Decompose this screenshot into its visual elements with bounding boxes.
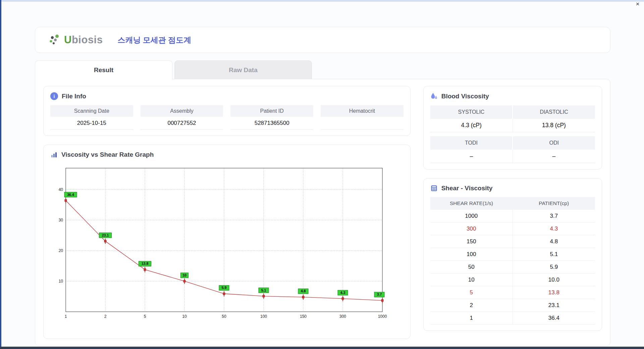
svg-text:30: 30 [59,218,63,222]
graph-title: Viscosity vs Shear Rate Graph [61,151,154,158]
svg-text:40: 40 [59,187,63,192]
file-info-title: File Info [62,93,86,100]
table-row-shear-150: 1504.8 [430,235,595,248]
bv-value-row: 4.3 (cP)13.8 (cP) [430,119,595,132]
blood-viscosity-title: Blood Viscosity [441,93,489,100]
main-content: Ubiosis 스캐닝 모세관 점도계 Result Raw Data i Fi… [35,27,610,346]
cell-patient: 4.8 [513,235,595,248]
svg-text:150: 150 [300,314,307,319]
bar-chart-icon [50,151,58,158]
svg-text:36.4: 36.4 [67,193,74,197]
bv-header-diastolic: DIASTOLIC [512,105,595,119]
bv-header-row: SYSTOLICDIASTOLIC [430,105,595,119]
result-panel: i File Info Scanning Date2025-10-15Assem… [35,79,610,346]
cell-patient: 10.0 [513,273,595,286]
cell-patient: 3.7 [513,210,595,222]
svg-text:20: 20 [59,248,63,253]
cell-patient: 5.1 [513,248,595,260]
blood-viscosity-grid: SYSTOLICDIASTOLIC4.3 (cP)13.8 (cP)TODIOD… [430,105,595,163]
left-column: i File Info Scanning Date2025-10-15Assem… [43,86,411,339]
brand-logo-icon [48,34,61,46]
cell-shear-rate: 150 [430,235,513,248]
viscosity-chart: 102030401251050100150300100036.423.113.8… [52,163,404,323]
bv-gap [430,132,595,136]
window-close-button[interactable]: × [634,0,641,8]
bv-value-row: –– [430,150,595,163]
cell-shear-rate: 10 [430,273,513,286]
table-row-shear-300: 3004.3 [430,222,595,235]
column-header-shear-rate: SHEAR RATE(1/s) [430,197,513,210]
cell-shear-rate: 100 [430,248,513,260]
file-info-field-hematocrit: Hematocrit [321,105,404,130]
shear-viscosity-card: Shear - Viscosity SHEAR RATE(1/s) PATIEN… [423,178,602,331]
svg-text:50: 50 [222,314,226,319]
shear-viscosity-title-row: Shear - Viscosity [430,185,595,192]
svg-text:100: 100 [260,314,267,319]
table-row-shear-5: 513.8 [430,286,595,299]
window-left-edge [0,0,1,349]
shear-viscosity-table: SHEAR RATE(1/s) PATIENT(cp) 10003.73004.… [430,197,595,325]
field-value-patient-id: 52871365500 [230,117,313,130]
tab-bar: Result Raw Data [35,60,610,79]
cell-shear-rate: 50 [430,261,513,273]
svg-text:1000: 1000 [378,314,387,319]
bv-header-row: TODIODI [430,136,595,150]
file-info-fields: Scanning Date2025-10-15Assembly000727552… [50,105,404,130]
cell-patient: 13.8 [513,286,595,299]
svg-text:300: 300 [339,314,346,319]
right-column: Blood Viscosity SYSTOLICDIASTOLIC4.3 (cP… [423,86,602,339]
field-value-scanning-date: 2025-10-15 [50,117,133,130]
page-title: 스캐닝 모세관 점도계 [117,35,191,45]
blood-viscosity-title-row: Blood Viscosity [430,92,595,100]
bv-header-systolic: SYSTOLIC [430,105,513,119]
window-top-edge [0,0,644,2]
cell-shear-rate: 2 [430,299,513,311]
cell-patient: 5.9 [513,261,595,273]
svg-text:1: 1 [65,314,67,319]
svg-text:2: 2 [104,314,107,319]
tab-result[interactable]: Result [35,60,172,79]
svg-text:10: 10 [59,279,63,284]
table-row-shear-10: 1010.0 [430,273,595,286]
file-info-card: i File Info Scanning Date2025-10-15Assem… [43,86,411,136]
bv-value-diastolic: 13.8 (cP) [513,119,595,132]
cell-patient: 4.3 [513,222,595,235]
cell-patient: 23.1 [513,299,595,311]
shear-viscosity-rows: 10003.73004.31504.81005.1505.91010.0513.… [430,210,595,325]
svg-text:4.3: 4.3 [340,291,345,295]
field-label-assembly: Assembly [141,105,223,117]
table-row-shear-2: 223.1 [430,299,595,312]
graph-card: Viscosity vs Shear Rate Graph 1020304012… [43,145,411,339]
brand-logo: Ubiosis [48,34,103,46]
cell-shear-rate: 300 [430,222,513,235]
info-icon: i [50,92,58,100]
column-header-patient: PATIENT(cp) [513,197,595,210]
cell-shear-rate: 5 [430,286,513,299]
bv-header-odi: ODI [512,136,595,150]
svg-text:23.1: 23.1 [102,233,109,237]
bv-value-odi: – [513,150,595,163]
table-row-shear-1: 136.4 [430,312,595,325]
table-row-shear-100: 1005.1 [430,248,595,261]
svg-text:5: 5 [144,314,146,319]
shear-viscosity-title: Shear - Viscosity [441,185,493,192]
cell-shear-rate: 1 [430,312,513,324]
field-label-hematocrit: Hematocrit [321,105,404,117]
cell-patient: 36.4 [513,312,595,324]
table-icon [430,185,438,192]
file-info-field-patient-id: Patient ID52871365500 [230,105,313,130]
tab-raw-data[interactable]: Raw Data [174,60,312,79]
shear-viscosity-table-header: SHEAR RATE(1/s) PATIENT(cp) [430,197,595,210]
viscosity-chart-svg: 102030401251050100150300100036.423.113.8… [52,163,387,322]
bv-value-systolic: 4.3 (cP) [430,119,513,132]
graph-title-row: Viscosity vs Shear Rate Graph [50,151,404,158]
field-label-scanning-date: Scanning Date [50,105,133,117]
blood-viscosity-card: Blood Viscosity SYSTOLICDIASTOLIC4.3 (cP… [423,86,602,169]
droplet-icon [430,92,438,100]
file-info-title-row: i File Info [50,92,404,100]
cell-shear-rate: 1000 [430,210,513,222]
file-info-field-assembly: Assembly000727552 [141,105,223,130]
brand-name: Ubiosis [64,34,103,46]
svg-text:10: 10 [182,273,186,277]
bv-header-todi: TODI [430,136,513,150]
